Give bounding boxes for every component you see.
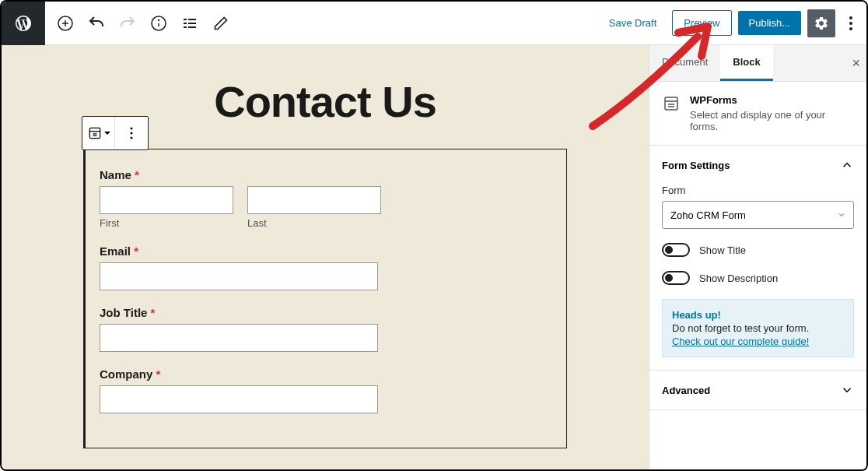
svg-rect-22 (665, 97, 677, 110)
show-description-label: Show Description (699, 272, 778, 284)
svg-rect-10 (184, 26, 187, 28)
notice-box: Heads up! Do not forget to test your for… (662, 299, 854, 357)
svg-rect-11 (188, 26, 196, 28)
svg-point-13 (849, 22, 852, 25)
wordpress-logo[interactable] (2, 2, 45, 45)
tab-document[interactable]: Document (649, 45, 720, 81)
block-name: WPForms (690, 94, 854, 106)
more-options-button[interactable] (842, 9, 860, 37)
save-draft-button[interactable]: Save Draft (600, 11, 666, 35)
svg-rect-6 (184, 19, 187, 20)
tab-block[interactable]: Block (720, 45, 772, 81)
notice-title: Heads up! (672, 309, 844, 321)
edit-button[interactable] (207, 9, 235, 37)
first-sublabel: First (100, 217, 233, 229)
svg-rect-7 (188, 19, 196, 20)
job-title-input[interactable] (100, 324, 378, 352)
last-sublabel: Last (247, 217, 381, 229)
block-type-button[interactable] (82, 117, 115, 149)
chevron-up-icon (840, 158, 854, 172)
block-more-button[interactable] (115, 117, 148, 149)
company-label: Company * (100, 367, 552, 381)
redo-button[interactable] (114, 9, 142, 37)
form-select[interactable]: Zoho CRM Form (662, 201, 854, 229)
name-label: Name * (100, 168, 552, 181)
svg-point-21 (131, 137, 133, 139)
svg-point-19 (131, 128, 133, 130)
company-input[interactable] (100, 385, 378, 413)
svg-point-20 (131, 132, 133, 135)
svg-rect-15 (89, 128, 100, 138)
outline-button[interactable] (176, 9, 204, 37)
show-description-toggle[interactable] (662, 271, 690, 285)
job-title-label: Job Title * (100, 306, 552, 319)
add-block-button[interactable] (51, 9, 79, 37)
block-description: Select and display one of your forms. (690, 109, 854, 132)
form-select-label: Form (662, 185, 854, 196)
email-label: Email * (100, 244, 552, 258)
publish-button[interactable]: Publish... (738, 11, 801, 35)
preview-button[interactable]: Preview (672, 10, 731, 36)
settings-button[interactable] (807, 9, 835, 37)
first-name-input[interactable] (100, 186, 233, 214)
svg-point-14 (849, 27, 852, 30)
svg-rect-9 (188, 23, 196, 24)
page-title[interactable]: Contact Us (214, 76, 436, 127)
info-button[interactable] (145, 9, 173, 37)
show-title-toggle[interactable] (662, 243, 690, 257)
form-settings-panel-header[interactable]: Form Settings (649, 146, 866, 185)
close-sidebar-button[interactable]: × (852, 55, 860, 72)
chevron-down-icon (837, 210, 846, 220)
show-title-label: Show Title (699, 244, 746, 256)
email-input[interactable] (100, 262, 378, 290)
notice-text: Do not forget to test your form. (672, 322, 844, 334)
svg-point-5 (159, 19, 159, 20)
wpforms-icon (662, 94, 681, 113)
advanced-panel-header[interactable]: Advanced (649, 371, 866, 409)
svg-rect-8 (184, 23, 187, 24)
notice-link[interactable]: Check out our complete guide! (672, 336, 809, 347)
undo-button[interactable] (82, 9, 110, 37)
form-block[interactable]: Name * First Last Email * (83, 149, 567, 448)
svg-point-12 (849, 16, 852, 19)
last-name-input[interactable] (247, 186, 381, 214)
chevron-down-icon (840, 383, 854, 397)
